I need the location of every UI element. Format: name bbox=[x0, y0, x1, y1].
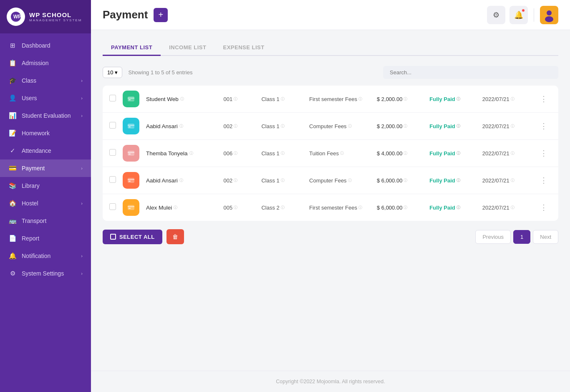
trash-icon: 🗑 bbox=[172, 233, 178, 240]
info-icon[interactable]: ⓘ bbox=[404, 124, 407, 129]
sidebar-item-users[interactable]: 👤 Users › bbox=[0, 89, 91, 107]
info-icon[interactable]: ⓘ bbox=[348, 178, 352, 183]
sidebar-item-label: Admission bbox=[22, 60, 49, 66]
sidebar-item-transport[interactable]: 🚌 Transport bbox=[0, 212, 91, 230]
payment-date: 2022/07/21 ⓘ bbox=[482, 123, 537, 129]
info-icon[interactable]: ⓘ bbox=[457, 124, 460, 129]
info-icon[interactable]: ⓘ bbox=[281, 151, 285, 156]
report-icon: 📄 bbox=[8, 235, 17, 242]
svg-rect-6 bbox=[128, 98, 134, 99]
sidebar-item-notification[interactable]: 🔔 Notification › bbox=[0, 247, 91, 265]
row-actions-button[interactable]: ⋮ bbox=[540, 176, 552, 185]
sidebar-item-system-settings[interactable]: ⚙ System Settings › bbox=[0, 265, 91, 282]
tab-expense-list[interactable]: EXPENSE LIST bbox=[214, 40, 272, 56]
info-icon[interactable]: ⓘ bbox=[179, 124, 183, 129]
info-icon[interactable]: ⓘ bbox=[340, 151, 344, 156]
notification-button[interactable]: 🔔 bbox=[509, 6, 528, 24]
info-icon[interactable]: ⓘ bbox=[179, 178, 183, 183]
info-icon[interactable]: ⓘ bbox=[348, 124, 352, 129]
sidebar-item-label: Dashboard bbox=[22, 42, 50, 49]
info-icon[interactable]: ⓘ bbox=[180, 96, 184, 102]
tab-income-list[interactable]: INCOME LIST bbox=[161, 40, 214, 56]
sidebar-item-payment[interactable]: 💳 Payment › bbox=[0, 159, 91, 177]
next-page-button[interactable]: Next bbox=[533, 230, 558, 244]
row-checkbox[interactable] bbox=[109, 95, 119, 103]
previous-page-button[interactable]: Previous bbox=[475, 230, 511, 244]
payment-date: 2022/07/21 ⓘ bbox=[482, 177, 537, 184]
sidebar-item-class[interactable]: 🎓 Class › bbox=[0, 72, 91, 89]
info-icon[interactable]: ⓘ bbox=[234, 151, 237, 156]
row-actions-button[interactable]: ⋮ bbox=[540, 149, 552, 158]
info-icon[interactable]: ⓘ bbox=[234, 205, 237, 210]
payment-amount: $ 4,000.00 ⓘ bbox=[377, 150, 426, 157]
sidebar-item-hostel[interactable]: 🏠 Hostel › bbox=[0, 195, 91, 212]
info-icon[interactable]: ⓘ bbox=[234, 96, 237, 102]
entries-select[interactable]: 10 ▾ bbox=[103, 67, 122, 78]
sidebar-item-homework[interactable]: 📝 Homework bbox=[0, 124, 91, 142]
current-page-button[interactable]: 1 bbox=[513, 230, 530, 244]
info-icon[interactable]: ⓘ bbox=[404, 96, 407, 102]
user-avatar[interactable] bbox=[540, 6, 558, 24]
info-icon[interactable]: ⓘ bbox=[511, 96, 515, 102]
row-actions-button[interactable]: ⋮ bbox=[540, 94, 552, 104]
info-icon[interactable]: ⓘ bbox=[404, 151, 407, 156]
fees-type: First semester Fees ⓘ bbox=[309, 96, 373, 102]
sidebar-item-report[interactable]: 📄 Report bbox=[0, 230, 91, 247]
sidebar-item-student-evaluation[interactable]: 📊 Student Evaluation › bbox=[0, 107, 91, 124]
info-icon[interactable]: ⓘ bbox=[189, 151, 193, 156]
info-icon[interactable]: ⓘ bbox=[281, 205, 285, 210]
fees-type: Tuition Fees ⓘ bbox=[309, 150, 373, 157]
checkbox-icon bbox=[110, 234, 116, 240]
row-actions-button[interactable]: ⋮ bbox=[540, 203, 552, 212]
info-icon[interactable]: ⓘ bbox=[358, 205, 362, 210]
info-icon[interactable]: ⓘ bbox=[511, 151, 515, 156]
svg-rect-17 bbox=[128, 205, 134, 210]
sidebar-item-admission[interactable]: 📋 Admission bbox=[0, 54, 91, 72]
add-payment-button[interactable]: + bbox=[154, 8, 168, 22]
svg-rect-16 bbox=[129, 181, 131, 182]
table-row: Student Web ⓘ 001 ⓘ Class 1 ⓘ First seme… bbox=[103, 86, 558, 113]
delete-button[interactable]: 🗑 bbox=[166, 229, 184, 244]
select-all-button[interactable]: SELECT ALL bbox=[103, 230, 162, 244]
row-actions-button[interactable]: ⋮ bbox=[540, 121, 552, 131]
info-icon[interactable]: ⓘ bbox=[281, 178, 285, 183]
info-icon[interactable]: ⓘ bbox=[511, 124, 515, 129]
sidebar-item-dashboard[interactable]: ⊞ Dashboard bbox=[0, 37, 91, 54]
info-icon[interactable]: ⓘ bbox=[281, 96, 285, 102]
svg-rect-13 bbox=[129, 154, 131, 154]
info-icon[interactable]: ⓘ bbox=[174, 205, 177, 210]
tabs-bar: PAYMENT LISTINCOME LISTEXPENSE LIST bbox=[103, 40, 558, 56]
sidebar-item-label: Payment bbox=[22, 165, 45, 172]
row-checkbox[interactable] bbox=[109, 149, 119, 157]
info-icon[interactable]: ⓘ bbox=[281, 124, 285, 129]
search-input[interactable] bbox=[383, 66, 558, 79]
sidebar-item-label: System Settings bbox=[22, 270, 64, 277]
info-icon[interactable]: ⓘ bbox=[404, 205, 407, 210]
row-checkbox[interactable] bbox=[109, 176, 119, 185]
tab-payment-list[interactable]: PAYMENT LIST bbox=[103, 40, 161, 56]
info-icon[interactable]: ⓘ bbox=[457, 151, 460, 156]
row-checkbox[interactable] bbox=[109, 203, 119, 212]
row-checkbox[interactable] bbox=[109, 122, 119, 130]
svg-rect-7 bbox=[129, 99, 131, 100]
settings-button[interactable]: ⚙ bbox=[487, 6, 505, 24]
info-icon[interactable]: ⓘ bbox=[234, 124, 237, 129]
student-id: 006 ⓘ bbox=[224, 150, 258, 157]
chevron-right-icon: › bbox=[81, 253, 83, 258]
sidebar-item-attendance[interactable]: ✓ Attendance bbox=[0, 142, 91, 159]
table-row: Aabid Ansari ⓘ 002 ⓘ Class 1 ⓘ Computer … bbox=[103, 113, 558, 140]
info-icon[interactable]: ⓘ bbox=[511, 205, 515, 210]
info-icon[interactable]: ⓘ bbox=[234, 178, 237, 183]
chevron-down-icon: ▾ bbox=[115, 69, 118, 76]
sidebar-item-library[interactable]: 📚 Library bbox=[0, 177, 91, 195]
payment-amount: $ 2,000.00 ⓘ bbox=[377, 123, 426, 129]
info-icon[interactable]: ⓘ bbox=[457, 178, 460, 183]
brand-text: WP SCHOOL MANAGEMENT SYSTEM bbox=[29, 11, 82, 22]
info-icon[interactable]: ⓘ bbox=[404, 178, 407, 183]
info-icon[interactable]: ⓘ bbox=[457, 96, 460, 102]
info-icon[interactable]: ⓘ bbox=[358, 96, 362, 102]
payment-date: 2022/07/21 ⓘ bbox=[482, 150, 537, 157]
info-icon[interactable]: ⓘ bbox=[457, 205, 460, 210]
showing-entries-text: Showing 1 to 5 of 5 entries bbox=[128, 69, 192, 76]
info-icon[interactable]: ⓘ bbox=[511, 178, 515, 183]
